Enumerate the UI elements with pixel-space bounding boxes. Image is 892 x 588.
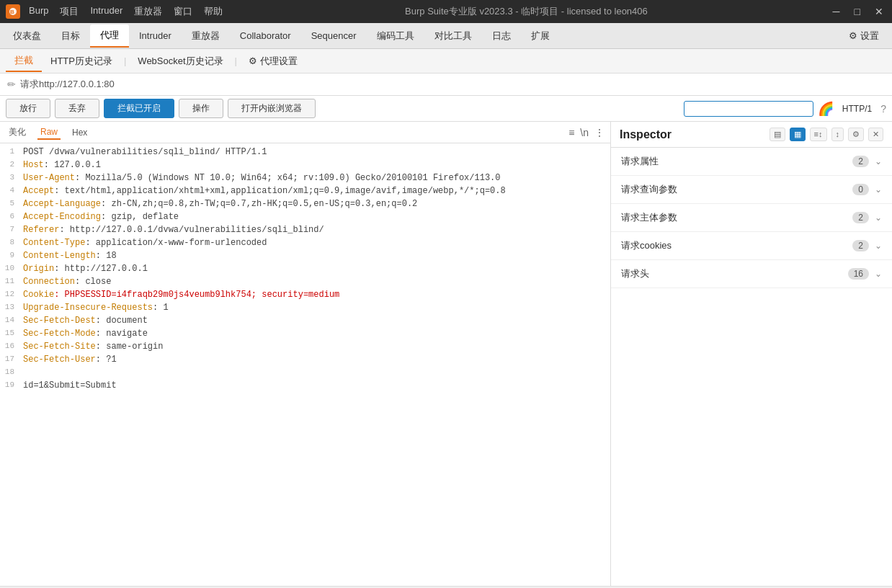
line-content[interactable]: Sec-Fetch-Site: same-origin	[20, 341, 610, 354]
close-button[interactable]: ✕	[872, 6, 886, 17]
inspector-close-btn[interactable]: ✕	[868, 128, 883, 141]
editor-pane: 美化 Raw Hex ≡ \n ⋮ 1POST /dvwa/vulnerabil…	[0, 122, 611, 586]
chevron-down-icon: ⌄	[875, 269, 882, 279]
code-line: 19id=1&Submit=Submit	[0, 380, 610, 393]
newline-icon[interactable]: \n	[580, 127, 589, 138]
menu-help[interactable]: 帮助	[204, 5, 223, 18]
line-content[interactable]: Accept-Language: zh-CN,zh;q=0.8,zh-TW;q=…	[20, 198, 610, 211]
inspector-section-label: 请求cookies	[621, 239, 852, 252]
titlebar: B Burp 项目 Intruder 重放器 窗口 帮助 Burp Suite专…	[0, 0, 892, 23]
nav-target[interactable]: 目标	[51, 25, 90, 47]
nav-extensions[interactable]: 扩展	[521, 25, 560, 47]
inspector-view-btn2[interactable]: ▦	[790, 128, 806, 141]
discard-button[interactable]: 丢弃	[55, 99, 99, 118]
nav-dashboard[interactable]: 仪表盘	[3, 25, 51, 47]
nav-collaborator[interactable]: Collaborator	[230, 26, 301, 45]
more-icon[interactable]: ⋮	[594, 127, 605, 138]
subtab-intercept[interactable]: 拦截	[6, 50, 42, 72]
line-content[interactable]: Sec-Fetch-User: ?1	[20, 354, 610, 367]
inspector-section-count: 16	[848, 268, 869, 280]
maximize-button[interactable]: □	[852, 6, 863, 17]
inspector-view-btn1[interactable]: ▤	[770, 128, 785, 141]
inspector-sort-btn[interactable]: ≡↕	[810, 128, 827, 141]
editor-tab-icons: ≡ \n ⋮	[568, 127, 605, 138]
inspector-section-count: 0	[852, 184, 869, 195]
subtab-proxy-settings[interactable]: ⚙ 代理设置	[240, 51, 306, 71]
nav-sequencer[interactable]: Sequencer	[301, 26, 367, 45]
tab-beautify[interactable]: 美化	[6, 125, 29, 140]
code-line: 14Sec-Fetch-Dest: document	[0, 315, 610, 328]
code-line: 9Content-Length: 18	[0, 250, 610, 263]
inspector-header: Inspector ▤ ▦ ≡↕ ↕ ⚙ ✕	[611, 122, 892, 148]
menu-window[interactable]: 窗口	[174, 5, 192, 18]
minimize-button[interactable]: ─	[830, 6, 843, 17]
subtab-websocket-history[interactable]: WebSocket历史记录	[129, 51, 231, 71]
tab-raw[interactable]: Raw	[37, 125, 61, 140]
menu-intruder[interactable]: Intruder	[90, 5, 122, 18]
line-number: 13	[0, 302, 20, 315]
inspector-section-header[interactable]: 请求cookies2⌄	[611, 232, 892, 259]
sub-divider: |	[121, 55, 129, 66]
nav-intruder[interactable]: Intruder	[129, 26, 182, 45]
line-content[interactable]: Content-Length: 18	[20, 250, 610, 263]
inspector-filter-btn[interactable]: ↕	[831, 128, 844, 141]
title-left: B Burp 项目 Intruder 重放器 窗口 帮助	[6, 4, 223, 19]
inspector-section: 请求查询参数0⌄	[611, 176, 892, 204]
line-content[interactable]: POST /dvwa/vulnerabilities/sqli_blind/ H…	[20, 146, 610, 159]
line-content[interactable]: Accept: text/html,application/xhtml+xml,…	[20, 185, 610, 198]
code-line: 4Accept: text/html,application/xhtml+xml…	[0, 185, 610, 198]
inspector-settings-btn[interactable]: ⚙	[848, 128, 864, 141]
line-content[interactable]: Accept-Encoding: gzip, deflate	[20, 211, 610, 224]
line-content[interactable]: Origin: http://127.0.0.1	[20, 263, 610, 276]
line-content[interactable]: Referer: http://127.0.0.1/dvwa/vulnerabi…	[20, 224, 610, 237]
line-content[interactable]: Sec-Fetch-Mode: navigate	[20, 328, 610, 341]
line-content[interactable]	[20, 367, 610, 380]
code-line: 15Sec-Fetch-Mode: navigate	[0, 328, 610, 341]
wrap-icon[interactable]: ≡	[568, 127, 574, 138]
code-line: 2Host: 127.0.0.1	[0, 159, 610, 172]
line-content[interactable]: Host: 127.0.0.1	[20, 159, 610, 172]
nav-comparer[interactable]: 对比工具	[424, 25, 482, 47]
inspector-section-header[interactable]: 请求头16⌄	[611, 260, 892, 288]
inspector-section-label: 请求主体参数	[621, 211, 852, 224]
inspector-section-header[interactable]: 请求属性2⌄	[611, 148, 892, 175]
code-line: 6Accept-Encoding: gzip, deflate	[0, 211, 610, 224]
line-content[interactable]: Connection: close	[20, 276, 610, 289]
line-content[interactable]: Content-Type: application/x-www-form-url…	[20, 237, 610, 250]
line-number: 3	[0, 172, 20, 185]
burp-logo: B	[6, 4, 20, 19]
line-content[interactable]: User-Agent: Mozilla/5.0 (Windows NT 10.0…	[20, 172, 610, 185]
code-line: 16Sec-Fetch-Site: same-origin	[0, 341, 610, 354]
help-icon[interactable]: ?	[880, 103, 886, 115]
gear-icon: ⚙	[849, 30, 857, 41]
code-line: 13Upgrade-Insecure-Requests: 1	[0, 302, 610, 315]
line-number: 14	[0, 315, 20, 328]
search-input[interactable]	[684, 101, 813, 117]
line-number: 7	[0, 224, 20, 237]
subtab-http-history[interactable]: HTTP历史记录	[42, 51, 121, 71]
code-line: 5Accept-Language: zh-CN,zh;q=0.8,zh-TW;q…	[0, 198, 610, 211]
menu-burp[interactable]: Burp	[29, 5, 48, 18]
menu-repeater[interactable]: 重放器	[134, 5, 162, 18]
line-content[interactable]: id=1&Submit=Submit	[20, 380, 610, 393]
nav-settings[interactable]: ⚙ 设置	[839, 25, 889, 47]
editor-content[interactable]: 1POST /dvwa/vulnerabilities/sqli_blind/ …	[0, 143, 610, 586]
menu-project[interactable]: 项目	[60, 5, 79, 18]
nav-repeater[interactable]: 重放器	[182, 25, 230, 47]
inspector-section-header[interactable]: 请求主体参数2⌄	[611, 204, 892, 231]
intercept-button[interactable]: 拦截已开启	[104, 99, 174, 118]
inspector-section: 请求cookies2⌄	[611, 232, 892, 260]
nav-logger[interactable]: 日志	[482, 25, 521, 47]
release-button[interactable]: 放行	[6, 99, 50, 118]
menu-bar: Burp 项目 Intruder 重放器 窗口 帮助	[29, 5, 223, 18]
line-content[interactable]: Cookie: PHPSESSID=i4fraqb29m0js4veumb9lh…	[20, 289, 610, 302]
tab-hex[interactable]: Hex	[69, 126, 90, 139]
line-content[interactable]: Upgrade-Insecure-Requests: 1	[20, 302, 610, 315]
action-button[interactable]: 操作	[179, 99, 223, 118]
line-content[interactable]: Sec-Fetch-Dest: document	[20, 315, 610, 328]
inspector-section-header[interactable]: 请求查询参数0⌄	[611, 176, 892, 203]
nav-encoder[interactable]: 编码工具	[367, 25, 424, 47]
line-number: 1	[0, 146, 20, 159]
nav-proxy[interactable]: 代理	[90, 24, 129, 48]
browser-button[interactable]: 打开内嵌浏览器	[228, 99, 316, 118]
